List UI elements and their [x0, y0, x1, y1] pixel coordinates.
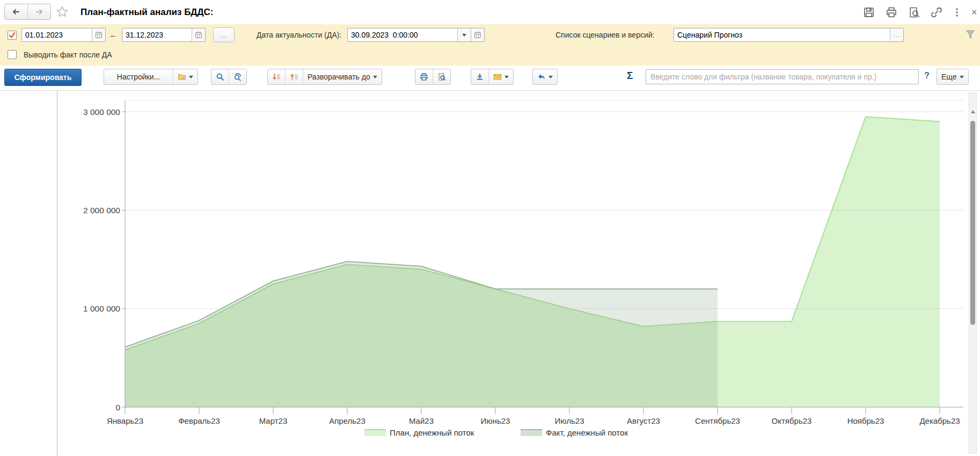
scroll-up-icon[interactable] — [971, 110, 975, 113]
calendar-icon[interactable] — [92, 28, 105, 41]
print-preview-icon — [437, 73, 446, 81]
link-icon[interactable] — [930, 5, 944, 19]
report-variants-button[interactable] — [173, 69, 198, 84]
chevron-down-icon — [548, 76, 553, 78]
dropdown-button[interactable] — [457, 28, 471, 41]
collapse-rows-button[interactable] — [286, 69, 303, 84]
svg-text:Май23: Май23 — [409, 416, 434, 425]
close-icon[interactable]: × — [967, 5, 980, 19]
more-group: Еще — [937, 69, 969, 85]
svg-text:Август23: Август23 — [627, 416, 660, 425]
page-title: План-фактный анализ БДДС: — [81, 0, 214, 24]
settings-button[interactable]: Настройки... — [104, 69, 173, 84]
svg-text:Факт, денежный поток: Факт, денежный поток — [546, 428, 628, 437]
send-mail-button[interactable] — [489, 69, 513, 84]
filter-funnel-icon[interactable] — [965, 29, 976, 42]
title-bar: План-фактный анализ БДДС: × — [0, 0, 980, 24]
svg-text:0: 0 — [115, 403, 120, 412]
expand-to-button[interactable]: Разворачивать до — [303, 69, 382, 84]
period-more-button[interactable]: ... — [213, 27, 235, 42]
scenario-more-button[interactable]: ... — [890, 28, 903, 41]
curved-arrow-icon — [537, 73, 546, 81]
quick-filter-input[interactable] — [646, 69, 919, 84]
nav-buttons — [4, 4, 51, 20]
svg-text:Март23: Март23 — [259, 416, 288, 425]
expand-group: Разворачивать до — [267, 69, 382, 85]
scrollbar-thumb[interactable] — [970, 121, 975, 325]
svg-text:1 000 000: 1 000 000 — [83, 304, 120, 313]
filter-bar: – ... Дата актуальности (ДА): Список сце… — [0, 24, 980, 66]
chevron-down-icon — [504, 76, 509, 78]
search-icon — [216, 73, 224, 81]
chevron-down-icon — [189, 76, 193, 78]
related-reports-group — [532, 69, 558, 85]
generate-button[interactable]: Сформировать — [4, 69, 82, 86]
forward-arrow-icon — [35, 8, 43, 16]
forward-button[interactable] — [27, 4, 50, 19]
actuality-input[interactable] — [348, 28, 457, 41]
show-fact-label: Выводить факт после ДА — [24, 48, 112, 62]
scenario-field[interactable]: ... — [674, 28, 904, 42]
more-button[interactable]: Еще — [937, 69, 968, 84]
period-from-field[interactable] — [21, 28, 106, 42]
svg-text:3 000 000: 3 000 000 — [83, 107, 120, 117]
printer-icon — [420, 73, 428, 81]
search-next-icon — [233, 73, 242, 81]
print-icon[interactable] — [884, 5, 898, 19]
actuality-label: Дата актуальности (ДА): — [257, 28, 341, 42]
search-group — [211, 69, 247, 85]
cashflow-chart: 01 000 0002 000 0003 000 000Январь23Февр… — [57, 91, 964, 455]
scenario-label: Список сценариев и версий: — [555, 28, 654, 42]
svg-text:2 000 000: 2 000 000 — [83, 206, 120, 215]
expand-rows-button[interactable] — [268, 69, 286, 84]
svg-text:Сентябрь23: Сентябрь23 — [695, 416, 740, 425]
report-window: План-фактный анализ БДДС: × – ... Дата а… — [0, 0, 980, 456]
scenario-input[interactable] — [674, 28, 890, 41]
preview-button[interactable] — [433, 69, 450, 84]
print-button[interactable] — [415, 69, 433, 84]
expand-list-icon — [272, 73, 281, 81]
sum-button[interactable]: Σ — [627, 70, 633, 82]
back-arrow-icon — [12, 8, 20, 16]
period-to-input[interactable] — [122, 28, 192, 41]
svg-text:Июль23: Июль23 — [555, 416, 584, 425]
print-group — [415, 69, 451, 85]
search-button[interactable] — [211, 69, 229, 84]
more-menu-icon[interactable] — [950, 5, 964, 19]
favorite-star-icon[interactable] — [55, 5, 69, 19]
help-button[interactable]: ? — [924, 71, 930, 81]
print-preview-icon[interactable] — [907, 5, 921, 19]
back-button[interactable] — [5, 4, 27, 19]
collapse-list-icon — [290, 73, 298, 81]
calendar-icon[interactable] — [192, 28, 205, 41]
svg-text:Декабрь23: Декабрь23 — [919, 416, 960, 425]
svg-text:Июнь23: Июнь23 — [481, 416, 510, 425]
svg-text:Январь23: Январь23 — [107, 416, 143, 425]
chevron-down-icon — [373, 76, 377, 78]
settings-group: Настройки... — [104, 69, 198, 85]
toolbar: Сформировать Настройки... Разворачивать … — [0, 66, 980, 91]
svg-text:Апрель23: Апрель23 — [329, 416, 365, 425]
checkbox-check-icon — [8, 31, 16, 39]
period-from-input[interactable] — [22, 28, 92, 41]
svg-text:Ноябрь23: Ноябрь23 — [847, 416, 884, 425]
report-area: 01 000 0002 000 0003 000 000Январь23Февр… — [57, 90, 980, 456]
period-to-field[interactable] — [122, 28, 206, 42]
save-icon[interactable] — [862, 5, 876, 19]
svg-text:Февраль23: Февраль23 — [178, 416, 220, 425]
vertical-scrollbar[interactable] — [969, 92, 977, 453]
svg-text:План, денежный поток: План, денежный поток — [390, 428, 474, 437]
svg-text:Октябрь23: Октябрь23 — [772, 416, 812, 425]
save-to-file-button[interactable] — [471, 69, 489, 84]
report-folder-icon — [178, 73, 186, 81]
search-next-button[interactable] — [229, 69, 246, 84]
related-reports-button[interactable] — [533, 69, 557, 84]
period-dash: – — [111, 31, 115, 40]
period-checkbox[interactable] — [8, 31, 17, 40]
actuality-field[interactable] — [347, 28, 485, 42]
envelope-icon — [493, 73, 502, 81]
chevron-down-icon — [462, 34, 466, 37]
show-fact-checkbox[interactable] — [8, 50, 17, 59]
download-icon — [476, 73, 484, 81]
calendar-icon[interactable] — [471, 28, 484, 41]
